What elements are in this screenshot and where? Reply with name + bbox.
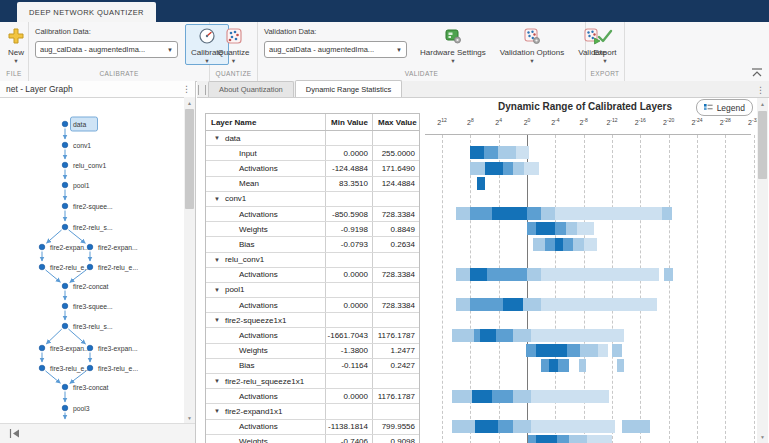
collapse-ribbon-icon[interactable] <box>751 68 763 77</box>
validation-data-dropdown[interactable]: aug_calData - augmentedIma... ▼ <box>264 41 407 58</box>
scroll-down-icon[interactable]: ▼ <box>757 434 768 440</box>
app-ribbon-tab[interactable]: DEEP NETWORK QUANTIZER <box>17 2 156 22</box>
table-row[interactable]: Bias-0.07930.2634 <box>206 237 419 252</box>
layer-node[interactable] <box>62 384 68 390</box>
layer-node[interactable] <box>39 264 45 270</box>
layer-node[interactable] <box>39 365 45 371</box>
range-bar-segment[interactable] <box>541 298 657 311</box>
range-bar-segment[interactable] <box>527 207 541 220</box>
calibration-data-dropdown[interactable]: aug_calData - augmentedIma... ▼ <box>35 41 178 58</box>
range-bar-segment[interactable] <box>526 344 536 357</box>
table-row[interactable]: Bias-0.11640.2427 <box>206 359 419 374</box>
range-bar-segment[interactable] <box>528 435 536 443</box>
range-bar-segment[interactable] <box>557 435 570 443</box>
range-bar-segment[interactable] <box>555 207 661 220</box>
range-bar-segment[interactable] <box>536 222 554 235</box>
range-bar-segment[interactable] <box>496 329 513 342</box>
range-bar-segment[interactable] <box>492 390 513 403</box>
table-row[interactable]: Activations-1138.1814799.9556 <box>206 420 419 435</box>
range-bar-segment[interactable] <box>598 344 609 357</box>
tab-dynamic-range-statistics[interactable]: Dynamic Range Statistics <box>295 80 402 97</box>
layer-node[interactable] <box>87 264 93 270</box>
layer-node-label[interactable]: pool3 <box>73 405 90 413</box>
layer-graph-canvas[interactable]: dataconv1relu_conv1pool1fire2-squee...fi… <box>0 97 184 424</box>
layer-graph-vscrollbar[interactable]: ▲ ▼ <box>184 97 195 424</box>
export-button[interactable]: Export ▼ <box>587 24 622 65</box>
range-bar-segment[interactable] <box>531 390 610 403</box>
expander-icon[interactable]: ▼ <box>214 317 220 323</box>
layer-graph-hscrollbar[interactable] <box>0 423 195 443</box>
range-bar-segment[interactable] <box>470 268 486 281</box>
column-header-max-value[interactable]: Max Value <box>373 114 419 130</box>
layer-node[interactable] <box>62 162 68 168</box>
table-row[interactable]: Activations0.0000728.3384 <box>206 298 419 313</box>
layer-node[interactable] <box>62 203 68 209</box>
range-bar-segment[interactable] <box>452 420 475 433</box>
range-bar-segment[interactable] <box>617 359 624 372</box>
column-header-layer-name[interactable]: Layer Name <box>206 114 326 130</box>
quantize-button[interactable]: Quantize ▼ <box>211 24 255 65</box>
table-row[interactable]: Weights-0.74060.9098 <box>206 435 419 443</box>
layer-node-label[interactable]: pool1 <box>73 182 90 190</box>
range-bar-segment[interactable] <box>527 222 536 235</box>
tab-about-quantization[interactable]: About Quantization <box>208 81 294 97</box>
range-bar-segment[interactable] <box>513 420 531 433</box>
document-menu-icon[interactable]: ⋮ <box>752 86 769 95</box>
layer-node[interactable] <box>62 405 68 411</box>
range-bar-segment[interactable] <box>541 268 659 281</box>
range-bar-segment[interactable] <box>452 329 474 342</box>
range-bar-segment[interactable] <box>513 162 524 175</box>
layer-node[interactable] <box>87 365 93 371</box>
layer-node-label[interactable]: fire2-relu_s... <box>73 224 113 232</box>
scroll-to-start-icon[interactable] <box>9 429 20 438</box>
layer-node-label[interactable]: fire3-relu_e... <box>98 365 138 373</box>
table-row[interactable]: Weights-1.38001.2477 <box>206 344 419 359</box>
expander-icon[interactable]: ▼ <box>214 378 220 384</box>
range-bar-segment[interactable] <box>533 238 544 251</box>
layer-node[interactable] <box>62 283 68 289</box>
legend-button[interactable]: Legend <box>696 99 753 116</box>
range-bar-segment[interactable] <box>485 162 503 175</box>
layer-node-label[interactable]: fire3-expan... <box>50 345 90 353</box>
layer-node[interactable] <box>87 345 93 351</box>
range-bar-segment[interactable] <box>524 162 539 175</box>
range-bar-segment[interactable] <box>487 268 527 281</box>
table-group-row[interactable]: ▼pool1 <box>206 283 419 298</box>
layer-node-label[interactable]: relu_conv1 <box>73 162 106 170</box>
table-row[interactable]: Input0.0000255.0000 <box>206 146 419 161</box>
layer-node-label[interactable]: fire2-expan... <box>98 244 138 252</box>
range-bar-segment[interactable] <box>555 222 566 235</box>
range-bar-segment[interactable] <box>480 329 496 342</box>
expander-icon[interactable]: ▼ <box>214 135 220 141</box>
table-row[interactable]: Weights-0.91980.8849 <box>206 222 419 237</box>
range-bar-segment[interactable] <box>577 222 594 235</box>
table-group-row[interactable]: ▼conv1 <box>206 192 419 207</box>
table-group-row[interactable]: ▼fire2-expand1x1 <box>206 404 419 419</box>
scroll-down-icon[interactable]: ▼ <box>184 415 195 421</box>
new-button[interactable]: New ▼ <box>1 24 31 65</box>
layer-node[interactable] <box>62 323 68 329</box>
range-bar-segment[interactable] <box>516 146 529 159</box>
range-bar-segment[interactable] <box>579 359 586 372</box>
range-bar-segment[interactable] <box>566 222 577 235</box>
layer-node[interactable] <box>39 244 45 250</box>
range-bar-segment[interactable] <box>662 207 673 220</box>
range-bar-segment[interactable] <box>477 177 485 190</box>
range-bar-segment[interactable] <box>513 390 531 403</box>
range-bar-segment[interactable] <box>580 344 598 357</box>
range-bar-segment[interactable] <box>470 207 491 220</box>
range-bar-segment[interactable] <box>456 268 470 281</box>
range-bar-segment[interactable] <box>587 435 612 443</box>
table-row[interactable]: Activations0.0000728.3384 <box>206 268 419 283</box>
range-bar-segment[interactable] <box>569 435 587 443</box>
scroll-up-icon[interactable]: ▲ <box>757 101 768 107</box>
range-bar-segment[interactable] <box>573 238 584 251</box>
expander-icon[interactable]: ▼ <box>214 408 220 414</box>
range-bar-segment[interactable] <box>492 207 527 220</box>
range-bar-segment[interactable] <box>523 298 541 311</box>
range-bar-segment[interactable] <box>536 344 566 357</box>
scrollbar-thumb[interactable] <box>185 109 194 209</box>
range-bar-segment[interactable] <box>664 268 672 281</box>
panel-menu-icon[interactable]: ⋮ <box>178 85 195 94</box>
layer-node-label[interactable]: data <box>73 121 86 128</box>
